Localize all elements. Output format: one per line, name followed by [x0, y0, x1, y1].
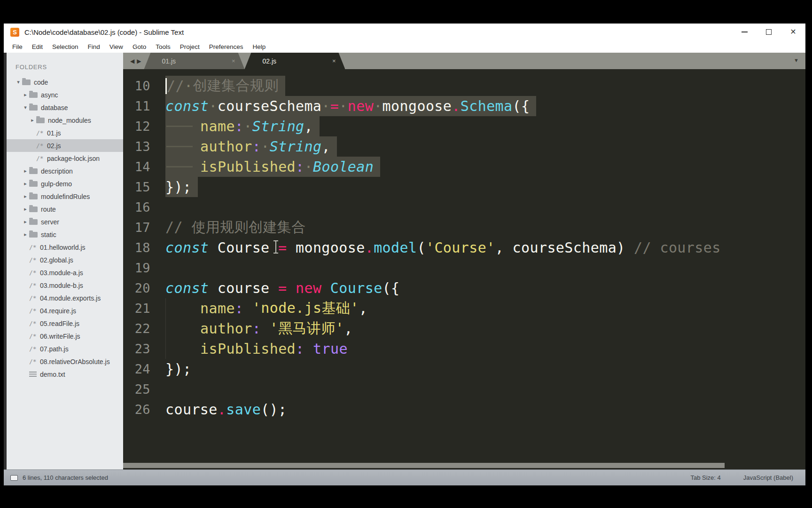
- menu-project[interactable]: Project: [175, 43, 204, 50]
- tree-item-demo-txt[interactable]: demo.txt: [7, 368, 123, 381]
- menu-help[interactable]: Help: [248, 43, 271, 50]
- code-token: model: [374, 239, 417, 256]
- tab-close-icon[interactable]: ×: [232, 57, 235, 64]
- tab-01-js[interactable]: 01.js×: [144, 53, 244, 69]
- code-line-16[interactable]: 16: [123, 197, 805, 217]
- expand-arrow-icon[interactable]: ▾: [22, 104, 29, 111]
- line-number: 10: [123, 76, 150, 96]
- code-line-14[interactable]: 14isPublished:·Boolean: [123, 157, 805, 177]
- tree-item-02-js[interactable]: /*02.js: [7, 139, 123, 152]
- tree-item-static[interactable]: ▸static: [7, 228, 123, 241]
- tree-item-01-js[interactable]: /*01.js: [7, 127, 123, 139]
- chevron-down-icon[interactable]: ▼: [794, 57, 799, 63]
- expand-arrow-icon[interactable]: ▾: [15, 79, 22, 85]
- collapse-arrow-icon[interactable]: ▸: [29, 117, 36, 123]
- line-number: 17: [123, 217, 150, 238]
- code-line-20[interactable]: 20const course = new Course({: [123, 278, 805, 298]
- tree-item-package-lock-json[interactable]: /*package-lock.json: [7, 152, 123, 165]
- code-token: [243, 300, 252, 317]
- code-line-18[interactable]: 18const Course = mongoose.model('Course'…: [123, 238, 805, 258]
- code-line-11[interactable]: 11const·courseSchema·=·new·mongoose.Sche…: [123, 96, 805, 116]
- tab-02-js[interactable]: 02.js×: [244, 53, 345, 69]
- whitespace-dot: ·: [374, 98, 382, 114]
- selected-line-text: const·courseSchema·=·new·mongoose.Schema…: [165, 96, 536, 116]
- tree-item-04-require-js[interactable]: /*04.require.js: [7, 304, 123, 317]
- code-token: mongoose: [383, 98, 452, 114]
- code-line-15[interactable]: 15});: [123, 177, 805, 197]
- syntax-indicator[interactable]: JavaScript (Babel): [743, 474, 793, 481]
- tree-item-08-relativeorabsolute-js[interactable]: /*08.relativeOrAbsolute.js: [7, 355, 123, 368]
- tree-item-03-module-a-js[interactable]: /*03.module-a.js: [7, 266, 123, 279]
- tree-item-route[interactable]: ▸route: [7, 203, 123, 215]
- collapse-arrow-icon[interactable]: ▸: [22, 219, 29, 225]
- code-line-21[interactable]: 21name: 'node.js基础',: [123, 298, 805, 318]
- code-token: String: [270, 138, 322, 155]
- selected-line-text: isPublished:·Boolean: [165, 157, 380, 177]
- tree-item-async[interactable]: ▸async: [7, 88, 123, 101]
- line-number: 13: [123, 136, 150, 157]
- tree-item-description[interactable]: ▸description: [7, 165, 123, 177]
- tree-item-node-modules[interactable]: ▸node_modules: [7, 114, 123, 127]
- tree-item-gulp-demo[interactable]: ▸gulp-demo: [7, 177, 123, 190]
- tree-item-02-global-js[interactable]: /*02.global.js: [7, 254, 123, 266]
- maximize-button[interactable]: [757, 24, 781, 40]
- js-file-icon: /*: [29, 294, 40, 302]
- menu-find[interactable]: Find: [83, 43, 105, 50]
- code-area[interactable]: 10//·创建集合规则11const·courseSchema·=·new·mo…: [123, 69, 805, 469]
- tree-item-06-writefile-js[interactable]: /*06.writeFile.js: [7, 330, 123, 342]
- code-token: [261, 320, 269, 337]
- line-text: name: 'node.js基础',: [165, 298, 367, 318]
- code-token: :: [252, 320, 261, 337]
- code-token: });: [165, 179, 191, 195]
- code-line-22[interactable]: 22author: '黑马讲师',: [123, 318, 805, 339]
- whitespace-dot: ·: [304, 159, 313, 175]
- tree-item-code[interactable]: ▾code: [7, 76, 123, 88]
- menu-tools[interactable]: Tools: [151, 43, 175, 50]
- code-token: ): [617, 239, 625, 256]
- tab-size-indicator[interactable]: Tab Size: 4: [690, 474, 720, 481]
- code-line-13[interactable]: 13author:·String,: [123, 136, 805, 157]
- code-line-12[interactable]: 12name:·String,: [123, 116, 805, 136]
- close-button[interactable]: ✕: [781, 24, 805, 40]
- collapse-arrow-icon[interactable]: ▸: [22, 92, 29, 98]
- menu-selection[interactable]: Selection: [47, 43, 83, 50]
- code-line-26[interactable]: 26course.save();: [123, 399, 805, 420]
- tab-close-icon[interactable]: ×: [332, 57, 336, 64]
- menu-file[interactable]: File: [8, 43, 27, 50]
- tree-item-label: server: [41, 218, 59, 226]
- menu-view[interactable]: View: [105, 43, 128, 50]
- collapse-arrow-icon[interactable]: ▸: [22, 231, 29, 238]
- code-token: [304, 341, 313, 357]
- collapse-arrow-icon[interactable]: ▸: [22, 193, 29, 199]
- collapse-arrow-icon[interactable]: ▸: [22, 168, 29, 174]
- code-token: .: [365, 239, 374, 256]
- menu-preferences[interactable]: Preferences: [204, 43, 248, 50]
- tree-item-04-module-exports-js[interactable]: /*04.module.exports.js: [7, 292, 123, 304]
- tree-item-database[interactable]: ▾database: [7, 101, 123, 114]
- tree-item-modulefindrules[interactable]: ▸modulefindRules: [7, 190, 123, 203]
- collapse-arrow-icon[interactable]: ▸: [22, 181, 29, 187]
- tab-scroll-right-icon[interactable]: ▶: [137, 58, 141, 64]
- collapse-arrow-icon[interactable]: ▸: [22, 206, 29, 212]
- menu-goto[interactable]: Goto: [128, 43, 151, 50]
- code-token: Boolean: [313, 159, 374, 175]
- tree-item-03-module-b-js[interactable]: /*03.module-b.js: [7, 279, 123, 292]
- code-line-10[interactable]: 10//·创建集合规则: [123, 76, 805, 96]
- tree-item-server[interactable]: ▸server: [7, 215, 123, 228]
- code-line-19[interactable]: 19: [123, 258, 805, 278]
- horizontal-scrollbar-thumb[interactable]: [123, 463, 725, 468]
- code-token: author: [200, 138, 252, 155]
- code-line-17[interactable]: 17// 使用规则创建集合: [123, 217, 805, 238]
- tree-item-05-readfile-js[interactable]: /*05.readFile.js: [7, 317, 123, 330]
- code-token: const: [165, 280, 209, 296]
- code-line-23[interactable]: 23isPublished: true: [123, 339, 805, 359]
- tree-item-01-helloworld-js[interactable]: /*01.helloworld.js: [7, 241, 123, 254]
- tab-scroll-left-icon[interactable]: ◀: [130, 58, 134, 64]
- menu-edit[interactable]: Edit: [27, 43, 47, 50]
- minimize-icon: [742, 32, 748, 32]
- code-token: :: [296, 341, 304, 357]
- code-line-24[interactable]: 24});: [123, 359, 805, 379]
- minimize-button[interactable]: [732, 24, 757, 40]
- tree-item-07-path-js[interactable]: /*07.path.js: [7, 342, 123, 355]
- code-line-25[interactable]: 25: [123, 379, 805, 399]
